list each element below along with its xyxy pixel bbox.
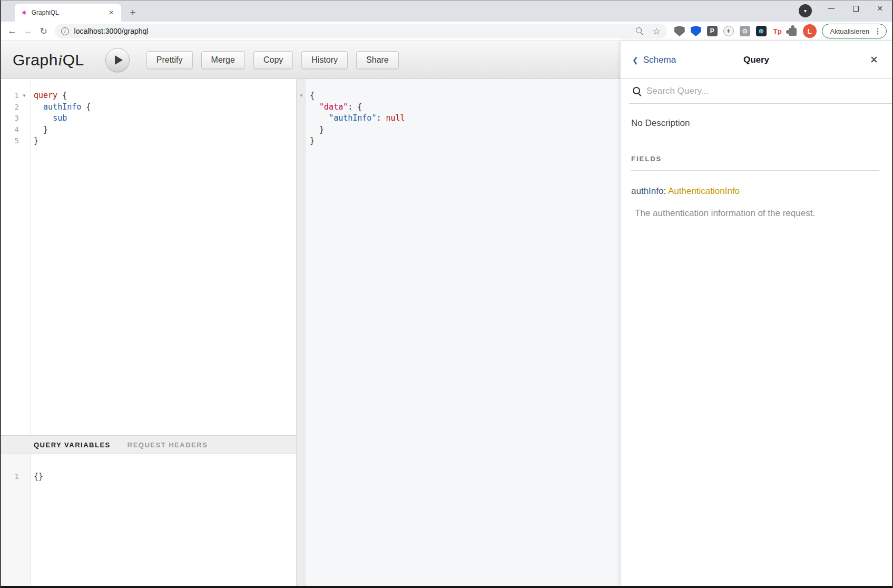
- query-editor[interactable]: 1▼2345 query { authInfo { sub }}: [1, 79, 296, 435]
- forward-icon: →: [20, 26, 36, 36]
- field-type-link[interactable]: AuthenticationInfo: [668, 186, 740, 196]
- browser-titlebar: ✶ GraphiQL ✕ + ▾ ✕: [1, 1, 892, 22]
- bookmark-star-icon[interactable]: ☆: [652, 26, 660, 37]
- extensions-row: P+⊙⊛Tp: [674, 26, 797, 36]
- search-icon: [632, 86, 642, 96]
- fields-heading: FIELDS: [631, 155, 879, 163]
- zoom-icon[interactable]: [635, 27, 644, 35]
- tab-title: GraphiQL: [32, 9, 106, 16]
- toolbar-button-prettify[interactable]: Prettify: [146, 51, 193, 69]
- move-tool-icon[interactable]: +: [723, 26, 734, 36]
- close-window-button[interactable]: ✕: [868, 1, 892, 16]
- code-line: }: [310, 135, 620, 147]
- browser-tab[interactable]: ✶ GraphiQL ✕: [15, 4, 121, 22]
- tab-close-icon[interactable]: ✕: [106, 8, 116, 17]
- execute-query-button[interactable]: [105, 48, 130, 72]
- code-line: sub: [34, 113, 296, 124]
- code-line: }: [34, 135, 296, 147]
- field-colon: :: [663, 186, 668, 196]
- browser-window: ✶ GraphiQL ✕ + ▾ ✕ ← → ↻ i localhost:300…: [0, 0, 893, 588]
- variables-editor-code[interactable]: {}: [31, 454, 296, 586]
- code-line: {: [310, 90, 620, 102]
- url-text[interactable]: localhost:3000/graphql: [74, 27, 636, 35]
- chevron-left-icon: ❮: [632, 56, 639, 64]
- doc-back-label: Schema: [643, 55, 676, 65]
- variables-tab-query-variables[interactable]: QUERY VARIABLES: [34, 441, 111, 449]
- minimize-button[interactable]: [819, 1, 843, 16]
- field-name-link[interactable]: authInfo: [631, 186, 663, 196]
- code-line: {}: [34, 471, 296, 483]
- profile-avatar[interactable]: L: [803, 24, 817, 38]
- maximize-button[interactable]: [843, 1, 868, 16]
- doc-explorer-header: ❮ Schema Query ✕: [621, 41, 892, 79]
- line-number: 5: [1, 135, 31, 147]
- code-line: }: [34, 124, 296, 136]
- back-icon[interactable]: ←: [4, 26, 20, 36]
- query-editor-code[interactable]: query { authInfo { sub }}: [31, 79, 296, 435]
- line-number: 4: [1, 124, 31, 136]
- toolbar-button-copy[interactable]: Copy: [253, 51, 293, 69]
- browser-addressbar: ← → ↻ i localhost:3000/graphql ☆ P+⊙⊛Tp …: [1, 22, 892, 41]
- result-fold-gutter[interactable]: ▼: [296, 79, 307, 586]
- code-line: }: [310, 124, 620, 136]
- code-line: "data": {: [310, 102, 620, 113]
- chrome-menu-update-button[interactable]: Aktualisieren ⋮: [822, 24, 887, 38]
- variables-editor-gutter: 1: [1, 454, 31, 586]
- fields-list: authInfo: AuthenticationInfoThe authenti…: [631, 186, 879, 219]
- graphiql-logo: GraphiQL: [13, 51, 84, 69]
- toolbar-button-merge[interactable]: Merge: [201, 51, 245, 69]
- line-number: 1: [1, 471, 31, 483]
- query-column: 1▼2345 query { authInfo { sub }} QUERY V…: [1, 79, 296, 586]
- new-tab-button[interactable]: +: [125, 5, 140, 20]
- extensions-puzzle-icon[interactable]: [789, 28, 797, 36]
- reload-icon[interactable]: ↻: [36, 26, 52, 37]
- variables-editor[interactable]: 1 {}: [1, 454, 296, 586]
- fold-arrow-icon: [19, 471, 30, 483]
- fields-divider: [631, 170, 879, 171]
- fold-arrow-icon[interactable]: ▼: [299, 93, 303, 98]
- chrome-update-badge-icon[interactable]: ▾: [799, 4, 812, 17]
- graphql-favicon-icon: ✶: [21, 9, 27, 16]
- toolbar-button-history[interactable]: History: [301, 51, 348, 69]
- play-icon: [115, 55, 123, 65]
- fold-arrow-icon[interactable]: ▼: [19, 90, 30, 102]
- kebab-menu-icon: ⋮: [874, 27, 881, 35]
- code-line: "authInfo": null: [310, 113, 620, 124]
- variables-tab-request-headers[interactable]: REQUEST HEADERS: [127, 441, 208, 449]
- doc-back-link[interactable]: ❮ Schema: [632, 55, 676, 65]
- update-label: Aktualisieren: [830, 27, 869, 35]
- type-description: No Description: [631, 118, 879, 129]
- code-line: authInfo {: [34, 102, 296, 113]
- result-code: { "data": { "authInfo": null }}: [310, 90, 620, 147]
- doc-search-row: [629, 79, 892, 104]
- p-extension-icon[interactable]: P: [707, 26, 718, 36]
- doc-search-input[interactable]: [646, 86, 892, 96]
- graphiql-app: GraphiQL PrettifyMergeCopyHistoryShare 1…: [1, 41, 892, 586]
- query-editor-gutter: 1▼2345: [1, 79, 31, 435]
- toolbar-button-share[interactable]: Share: [356, 51, 399, 69]
- ublock-origin-icon[interactable]: [674, 26, 685, 36]
- url-omnibox[interactable]: i localhost:3000/graphql ☆: [55, 24, 667, 38]
- fold-arrow-icon: [19, 135, 30, 147]
- doc-body: No Description FIELDS authInfo: Authenti…: [621, 104, 892, 219]
- fold-arrow-icon: [19, 102, 30, 113]
- variables-tabbar: QUERY VARIABLESREQUEST HEADERS: [1, 435, 296, 454]
- fold-arrow-icon: [19, 124, 30, 136]
- minimize-icon: [828, 8, 835, 9]
- doc-explorer-panel: ❮ Schema Query ✕ No Description FIELDS a…: [620, 41, 892, 586]
- doc-close-icon[interactable]: ✕: [870, 54, 878, 66]
- line-number: 1▼: [1, 90, 31, 102]
- maximize-icon: [853, 6, 859, 12]
- bitwarden-icon[interactable]: [691, 26, 701, 36]
- screenshot-camera-icon[interactable]: ⊙: [740, 26, 750, 36]
- line-number: 2: [1, 102, 31, 113]
- toolbar-buttons: PrettifyMergeCopyHistoryShare: [146, 51, 399, 69]
- page-info-icon[interactable]: i: [61, 27, 69, 35]
- react-devtools-icon[interactable]: ⊛: [756, 26, 767, 36]
- code-line: query {: [34, 90, 296, 102]
- line-number: 3: [1, 113, 31, 124]
- field-description: The authentication information of the re…: [635, 208, 879, 219]
- result-viewer: { "data": { "authInfo": null }}: [307, 79, 620, 586]
- fold-arrow-icon: [19, 113, 30, 124]
- tampermonkey-tp-icon[interactable]: Tp: [772, 26, 783, 36]
